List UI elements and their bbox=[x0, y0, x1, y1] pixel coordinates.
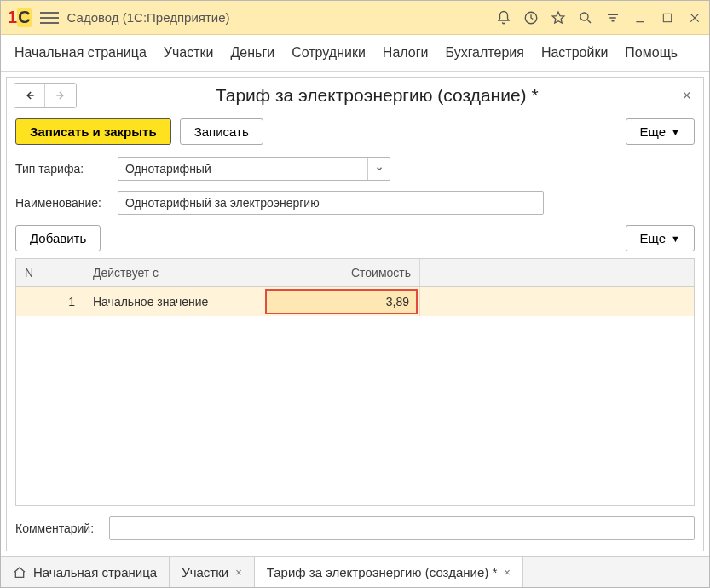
tab-label: Тариф за электроэнергию (создание) * bbox=[267, 565, 498, 579]
window-tabs: Начальная страница Участки × Тариф за эл… bbox=[1, 556, 709, 587]
star-icon[interactable] bbox=[551, 10, 566, 26]
tab-label: Участки bbox=[182, 565, 228, 579]
cost-editor[interactable]: 3,89 bbox=[265, 289, 418, 314]
filter-icon[interactable] bbox=[605, 10, 621, 26]
page-title: Тариф за электроэнергию (создание) * bbox=[77, 85, 677, 106]
name-label: Наименование: bbox=[15, 196, 109, 210]
bell-icon[interactable] bbox=[496, 10, 511, 26]
col-header-spacer bbox=[420, 259, 694, 286]
app-logo: 1С bbox=[8, 8, 32, 27]
tab-label: Начальная страница bbox=[33, 565, 157, 579]
svg-point-1 bbox=[580, 13, 588, 20]
menu-staff[interactable]: Сотрудники bbox=[292, 45, 366, 61]
chevron-down-icon: ▼ bbox=[671, 127, 680, 137]
tariff-type-select[interactable]: Однотарифный bbox=[118, 157, 390, 181]
name-value: Однотарифный за электроэнергию bbox=[118, 196, 543, 210]
menu-help[interactable]: Помощь bbox=[625, 45, 678, 61]
chevron-down-icon: ▼ bbox=[671, 233, 680, 244]
maximize-icon[interactable] bbox=[660, 10, 675, 26]
tariff-type-label: Тип тарифа: bbox=[15, 162, 109, 176]
comment-label: Комментарий: bbox=[15, 522, 101, 535]
close-icon[interactable] bbox=[687, 10, 702, 26]
hamburger-icon[interactable] bbox=[40, 12, 59, 24]
minimize-icon[interactable] bbox=[632, 10, 648, 26]
history-icon[interactable] bbox=[523, 10, 539, 26]
row-name: Наименование: Однотарифный за электроэне… bbox=[7, 187, 703, 222]
menu-accounting[interactable]: Бухгалтерия bbox=[445, 45, 523, 61]
grid-toolbar: Добавить Еще▼ bbox=[7, 222, 703, 258]
search-icon[interactable] bbox=[578, 10, 593, 26]
chevron-down-icon[interactable] bbox=[367, 158, 390, 180]
menu-tax[interactable]: Налоги bbox=[383, 45, 429, 61]
add-button[interactable]: Добавить bbox=[15, 225, 101, 251]
name-field[interactable]: Однотарифный за электроэнергию bbox=[118, 191, 544, 215]
row-comment: Комментарий: bbox=[7, 506, 703, 551]
page-header: Тариф за электроэнергию (создание) * × bbox=[7, 78, 703, 112]
tariff-grid: N Действует с Стоимость 1 Начальное знач… bbox=[15, 258, 695, 506]
save-button[interactable]: Записать bbox=[180, 118, 263, 145]
titlebar: 1С Садовод (1С:Предприятие) bbox=[1, 1, 709, 35]
main-menu: Начальная страница Участки Деньги Сотруд… bbox=[1, 35, 709, 72]
save-close-button[interactable]: Записать и закрыть bbox=[15, 118, 171, 145]
menu-settings[interactable]: Настройки bbox=[541, 45, 608, 61]
col-header-cost[interactable]: Стоимость bbox=[263, 259, 420, 286]
col-header-effective[interactable]: Действует с bbox=[84, 259, 263, 286]
tariff-type-value: Однотарифный bbox=[118, 162, 367, 176]
more-label: Еще bbox=[640, 231, 667, 245]
tab-tariff[interactable]: Тариф за электроэнергию (создание) * × bbox=[255, 557, 523, 587]
cell-spacer bbox=[420, 287, 694, 316]
cell-cost[interactable]: 3,89 bbox=[263, 287, 420, 316]
tab-plots[interactable]: Участки × bbox=[170, 557, 255, 587]
more-button[interactable]: Еще▼ bbox=[626, 118, 695, 145]
cell-effective: Начальное значение bbox=[84, 287, 263, 316]
toolbar: Записать и закрыть Записать Еще▼ bbox=[7, 112, 703, 153]
row-tariff-type: Тип тарифа: Однотарифный bbox=[7, 153, 703, 187]
nav-forward-button[interactable] bbox=[45, 84, 76, 107]
menu-home[interactable]: Начальная страница bbox=[14, 45, 147, 61]
cell-n: 1 bbox=[16, 287, 84, 316]
more-label: Еще bbox=[640, 124, 667, 139]
window-title: Садовод (1С:Предприятие) bbox=[67, 10, 230, 25]
tab-close-icon[interactable]: × bbox=[504, 566, 511, 579]
page-close-button[interactable]: × bbox=[677, 84, 696, 108]
comment-input[interactable] bbox=[109, 516, 695, 540]
tab-home[interactable]: Начальная страница bbox=[1, 557, 170, 587]
nav-back-button[interactable] bbox=[14, 84, 45, 107]
grid-header: N Действует с Стоимость bbox=[16, 259, 694, 287]
tab-close-icon[interactable]: × bbox=[235, 566, 242, 579]
col-header-n[interactable]: N bbox=[16, 259, 84, 286]
content-area: Тариф за электроэнергию (создание) * × З… bbox=[6, 77, 704, 551]
menu-plots[interactable]: Участки bbox=[164, 45, 214, 61]
grid-more-button[interactable]: Еще▼ bbox=[626, 225, 695, 251]
home-icon bbox=[13, 566, 26, 579]
nav-buttons bbox=[14, 83, 77, 108]
table-row[interactable]: 1 Начальное значение 3,89 bbox=[16, 287, 694, 316]
svg-rect-2 bbox=[663, 14, 671, 21]
menu-money[interactable]: Деньги bbox=[230, 45, 274, 61]
